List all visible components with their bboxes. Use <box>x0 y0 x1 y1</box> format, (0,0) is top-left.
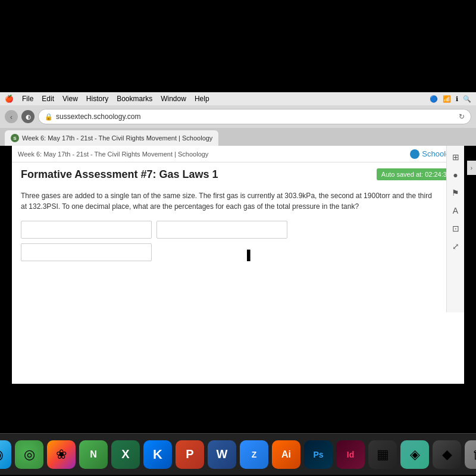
excel-icon: X <box>121 447 129 461</box>
macos-dock: ⊞ ◉ ◎ ❀ N X K P W Z Ai Ps Id ▦ ◈ ◆ 🗑 <box>0 433 476 475</box>
powerpoint-icon: P <box>186 447 193 461</box>
answer-inputs <box>21 221 437 261</box>
dock-dark2[interactable]: ◆ <box>433 440 461 469</box>
bluetooth-icon[interactable]: 🔵 <box>430 95 438 103</box>
breadcrumb: Week 6: May 17th - 21st - The Civil Righ… <box>18 151 208 158</box>
mac-menubar: 🍎 File Edit View History Bookmarks Windo… <box>0 92 476 105</box>
dock-numbers[interactable]: N <box>79 440 108 469</box>
right-toolbar: ⊞ ● ⚑ A ⊡ ⤢ <box>446 146 464 312</box>
url-text: sussextech.schoology.com <box>56 112 141 121</box>
numbers-icon: N <box>90 449 97 460</box>
dock-finder2[interactable]: ◈ <box>400 440 429 469</box>
tab-favicon: S <box>11 134 19 142</box>
schoology-header: Week 6: May 17th - 21st - The Civil Righ… <box>12 146 464 162</box>
answer-row-1 <box>21 221 437 239</box>
dark-app-icon: ▦ <box>377 447 389 462</box>
menu-edit[interactable]: Edit <box>42 95 54 103</box>
adobe-ai-icon-1: Ai <box>281 449 291 460</box>
word-icon: W <box>217 447 228 461</box>
address-bar[interactable]: 🔒 sussextech.schoology.com ↻ <box>38 109 471 124</box>
autosave-badge: Auto saved at: 02:24:38 <box>377 168 455 180</box>
dock-excel[interactable]: X <box>111 440 140 469</box>
answer-input-1[interactable] <box>21 221 152 239</box>
dock-keynote[interactable]: K <box>143 440 172 469</box>
back-button[interactable]: ‹ <box>5 110 18 123</box>
browser-tab[interactable]: S Week 6: May 17th - 21st - The Civil Ri… <box>5 130 218 146</box>
wifi-icon[interactable]: 📶 <box>443 95 451 103</box>
toggle-button[interactable]: ◐ <box>21 110 35 123</box>
dock-zoom[interactable]: Z <box>240 440 268 469</box>
cursor: ▌ <box>247 250 252 258</box>
dock-photos[interactable]: ❀ <box>47 440 76 469</box>
menu-view[interactable]: View <box>62 95 78 103</box>
dock-dark-app[interactable]: ▦ <box>368 440 397 469</box>
chrome-icon: ◎ <box>24 447 35 462</box>
image-icon[interactable]: ⊡ <box>449 222 462 235</box>
flag-icon[interactable]: ⚑ <box>449 186 462 199</box>
black-top-area <box>0 0 476 92</box>
page-content: Week 6: May 17th - 21st - The Civil Righ… <box>12 146 464 384</box>
dock-trash[interactable]: 🗑 <box>465 440 476 469</box>
menu-history[interactable]: History <box>86 95 108 103</box>
finder-icon: ◉ <box>0 446 4 463</box>
indesign-icon: Id <box>347 450 354 459</box>
circle-icon[interactable]: ● <box>449 168 462 181</box>
dock-chrome[interactable]: ◎ <box>15 440 43 469</box>
info-icon[interactable]: ℹ <box>456 95 458 103</box>
menu-help[interactable]: Help <box>195 95 209 103</box>
collapse-arrow[interactable]: › <box>467 161 476 175</box>
toggle-icon: ◐ <box>26 114 31 120</box>
refresh-icon[interactable]: ↻ <box>459 112 465 121</box>
dock-indesign[interactable]: Id <box>336 440 365 469</box>
dock-photoshop[interactable]: Ps <box>304 440 333 469</box>
zoom-icon: Z <box>252 450 257 459</box>
dock-word[interactable]: W <box>208 440 236 469</box>
question-area: Three gases are added to a single tan of… <box>12 184 446 267</box>
apple-menu[interactable]: 🍎 <box>5 95 14 103</box>
menu-file[interactable]: File <box>22 95 33 103</box>
photoshop-icon: Ps <box>313 450 323 459</box>
photos-icon: ❀ <box>56 447 67 462</box>
browser-chrome: ‹ ◐ 🔒 sussextech.schoology.com ↻ S Week … <box>0 105 476 146</box>
trash-icon: 🗑 <box>472 447 476 462</box>
assessment-header: Formative Assessment #7: Gas Laws 1 Auto… <box>12 162 464 184</box>
answer-input-2[interactable] <box>156 221 287 239</box>
dark2-icon: ◆ <box>442 447 452 462</box>
grid-icon[interactable]: ⊞ <box>449 151 462 164</box>
menubar-right: 🔵 📶 ℹ 🔍 <box>430 95 471 103</box>
answer-row-2 <box>21 243 437 261</box>
dock-adobe-illustrator-1[interactable]: Ai <box>272 440 300 469</box>
text-icon[interactable]: A <box>449 204 462 217</box>
lock-icon: 🔒 <box>45 113 53 121</box>
finder2-icon: ◈ <box>410 447 420 462</box>
question-text: Three gases are added to a single tan of… <box>21 190 437 212</box>
keynote-icon: K <box>153 447 162 462</box>
answer-input-3[interactable] <box>21 243 152 261</box>
dock-powerpoint[interactable]: P <box>176 440 204 469</box>
dock-finder[interactable]: ◉ <box>0 440 11 469</box>
menu-window[interactable]: Window <box>161 95 186 103</box>
schoology-logo-icon <box>410 149 419 159</box>
assessment-title: Formative Assessment #7: Gas Laws 1 <box>21 168 218 181</box>
tab-bar: S Week 6: May 17th - 21st - The Civil Ri… <box>0 128 476 146</box>
browser-toolbar: ‹ ◐ 🔒 sussextech.schoology.com ↻ <box>0 105 476 128</box>
menu-bookmarks[interactable]: Bookmarks <box>117 95 152 103</box>
expand-icon[interactable]: ⤢ <box>449 240 462 253</box>
tab-label: Week 6: May 17th - 21st - The Civil Righ… <box>22 134 212 142</box>
search-icon[interactable]: 🔍 <box>463 95 471 103</box>
